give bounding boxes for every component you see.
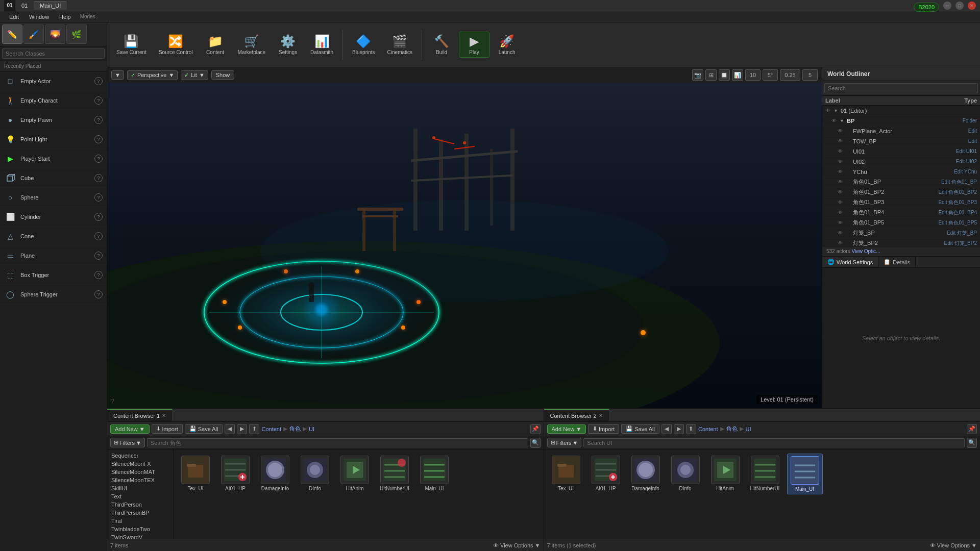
actor-info-plane[interactable]: ? bbox=[94, 252, 103, 260]
cb1-breadcrumb-ui[interactable]: UI bbox=[309, 426, 314, 432]
cb1-asset-mainui[interactable]: Main_UI bbox=[416, 454, 452, 493]
actor-item-point-light[interactable]: 💡 Point Light ? bbox=[0, 130, 107, 149]
outliner-item-fwplane[interactable]: 👁 FWPlane_Actor Edit bbox=[822, 126, 980, 136]
cb2-breadcrumb-ui[interactable]: UI bbox=[746, 426, 751, 432]
actor-item-cone[interactable]: △ Cone ? bbox=[0, 227, 107, 246]
actor-info-cylinder[interactable]: ? bbox=[94, 213, 103, 221]
cb2-filters-button[interactable]: ⊞ Filters ▼ bbox=[547, 438, 582, 447]
perspective-dropdown[interactable]: ✓ Perspective ▼ bbox=[127, 70, 178, 80]
cb1-folder-silencemoontex[interactable]: SilenceMoonTEX bbox=[107, 476, 173, 484]
actor-info-sphere-trigger[interactable]: ? bbox=[94, 290, 103, 298]
cb2-asset-hitnumberui[interactable]: HitNumberUI bbox=[747, 454, 783, 494]
cb2-search-icon-btn[interactable]: 🔍 bbox=[967, 438, 977, 448]
outliner-item-char01bp5[interactable]: 👁 角色01_BP5 Edit 角色01_BP5 bbox=[822, 218, 980, 228]
content-button[interactable]: 📁 Content bbox=[200, 32, 231, 57]
outliner-type-char01bp2[interactable]: Edit 角色01_BP2 bbox=[938, 189, 977, 196]
outliner-item-bp[interactable]: 👁 ▼ BP Folder bbox=[822, 116, 980, 126]
actor-info-empty-pawn[interactable]: ? bbox=[94, 116, 103, 124]
outliner-item-char01bp[interactable]: 👁 角色01_BP Edit 角色01_BP bbox=[822, 177, 980, 187]
cb1-search-icon-btn[interactable]: 🔍 bbox=[530, 438, 541, 448]
outliner-item-lanternbp[interactable]: 👁 灯笼_BP Edit 灯笼_BP bbox=[822, 228, 980, 238]
cb2-asset-mainui[interactable]: Main_UI bbox=[787, 454, 823, 494]
actor-info-empty-character[interactable]: ? bbox=[94, 96, 103, 105]
outliner-type-char01bp4[interactable]: Edit 角色01_BP4 bbox=[938, 209, 977, 216]
maximize-button[interactable]: □ bbox=[955, 2, 964, 10]
actor-item-empty-character[interactable]: 🚶 Empty Charact ? bbox=[0, 91, 107, 110]
viewport-res-icon-btn[interactable]: 10 bbox=[745, 69, 761, 81]
actor-item-player-start[interactable]: ▶ Player Start ? bbox=[0, 149, 107, 168]
viewport-menu-dropdown[interactable]: ▼ bbox=[111, 70, 124, 80]
build-button[interactable]: 🔨 Build bbox=[426, 32, 457, 57]
viewport-grid-icon-btn[interactable]: ⊞ bbox=[705, 69, 717, 81]
cb1-asset-damageinfo[interactable]: DamageInfo bbox=[257, 454, 293, 493]
cb1-import-button[interactable]: ⬇ Import bbox=[152, 424, 183, 434]
cb2-asset-dinfo[interactable]: DInfo bbox=[668, 454, 703, 494]
actor-info-point-light[interactable]: ? bbox=[94, 135, 103, 143]
cb1-asset-hitnumberui[interactable]: HitNumberUI bbox=[377, 454, 412, 493]
cb1-breadcrumb-jiase[interactable]: 角色 bbox=[289, 425, 301, 433]
foliage-mode-btn[interactable]: 🌿 bbox=[66, 24, 87, 44]
placement-mode-btn[interactable]: ✏️ bbox=[2, 24, 22, 44]
save-current-button[interactable]: 💾 Save Current bbox=[111, 32, 152, 57]
cb2-breadcrumb-content[interactable]: Content bbox=[698, 426, 718, 432]
cb1-folder-silencemoonfx[interactable]: SilenceMoonFX bbox=[107, 460, 173, 468]
cb1-nav-back-button[interactable]: ◀ bbox=[225, 424, 235, 434]
outliner-item-char01bp3[interactable]: 👁 角色01_BP3 Edit 角色01_BP3 bbox=[822, 197, 980, 208]
cb1-folder-twinblad[interactable]: TwinbladdeTwo bbox=[107, 525, 173, 533]
outliner-type-char01bp5[interactable]: Edit 角色01_BP5 bbox=[938, 219, 977, 227]
cb1-filters-button[interactable]: ⊞ Filters ▼ bbox=[110, 438, 145, 447]
viewport-angle-icon-btn[interactable]: 5° bbox=[763, 69, 778, 81]
actor-item-cylinder[interactable]: ⬜ Cylinder ? bbox=[0, 207, 107, 227]
cb1-pin-button[interactable]: 📌 bbox=[530, 424, 541, 434]
outliner-search-input[interactable] bbox=[824, 83, 978, 93]
cb1-breadcrumb-content[interactable]: Content bbox=[261, 426, 281, 432]
datasmith-button[interactable]: 📊 Datasmith bbox=[305, 32, 338, 57]
play-button[interactable]: ▶ Play bbox=[459, 32, 489, 58]
cb1-tab[interactable]: Content Browser 1 ✕ bbox=[107, 409, 173, 421]
cb1-folder-thirdperson[interactable]: ThirdPerson bbox=[107, 500, 173, 509]
actor-info-sphere[interactable]: ? bbox=[94, 193, 103, 202]
landscape-mode-btn[interactable]: 🌄 bbox=[45, 24, 65, 44]
cb2-save-all-button[interactable]: 💾 Save All bbox=[621, 424, 659, 434]
cb1-asset-texui[interactable]: Tex_UI bbox=[178, 454, 213, 493]
outliner-item-char01bp4[interactable]: 👁 角色01_BP4 Edit 角色01_BP4 bbox=[822, 208, 980, 218]
outliner-item-ui02[interactable]: 👁 UI02 Edit UI02 bbox=[822, 157, 980, 167]
cb1-tab-close-icon[interactable]: ✕ bbox=[162, 413, 166, 418]
cb1-add-new-button[interactable]: Add New ▼ bbox=[110, 424, 150, 434]
marketplace-button[interactable]: 🛒 Marketplace bbox=[233, 32, 271, 57]
cb1-nav-up-button[interactable]: ⬆ bbox=[249, 424, 259, 434]
close-button[interactable]: ✕ bbox=[968, 2, 976, 10]
cb1-folder-tiral[interactable]: Tiral bbox=[107, 517, 173, 525]
outliner-item-lanternbp2[interactable]: 👁 灯笼_BP2 Edit 灯笼_BP2 bbox=[822, 238, 980, 246]
menu-help[interactable]: Help bbox=[54, 13, 76, 21]
world-settings-tab[interactable]: 🌐 World Settings bbox=[822, 257, 878, 267]
cb1-asset-ai01hp[interactable]: AI01_HP bbox=[217, 454, 253, 493]
outliner-type-fwplane[interactable]: Edit bbox=[968, 128, 977, 134]
actor-item-sphere[interactable]: ○ Sphere ? bbox=[0, 188, 107, 207]
outliner-type-tow[interactable]: Edit bbox=[968, 138, 977, 144]
cb1-view-options-button[interactable]: 👁 View Options ▼ bbox=[493, 542, 541, 548]
settings-button[interactable]: ⚙️ Settings bbox=[273, 32, 303, 57]
cb2-asset-ai01hp[interactable]: AI01_HP bbox=[588, 454, 624, 494]
cb2-view-options-button[interactable]: 👁 View Options ▼ bbox=[930, 542, 977, 548]
search-classes-input[interactable] bbox=[2, 48, 105, 59]
cb2-pin-button[interactable]: 📌 bbox=[967, 424, 977, 434]
cb1-search-input[interactable] bbox=[147, 438, 528, 447]
cb2-nav-up-button[interactable]: ⬆ bbox=[686, 424, 696, 434]
viewport-snap-icon-btn[interactable]: 🔲 bbox=[719, 69, 730, 81]
launch-button[interactable]: 🚀 Launch bbox=[492, 32, 522, 57]
source-control-button[interactable]: 🔀 Source Control bbox=[154, 32, 198, 57]
cb2-nav-back-button[interactable]: ◀ bbox=[662, 424, 672, 434]
actor-info-empty-actor[interactable]: ? bbox=[94, 77, 103, 85]
actor-item-empty-pawn[interactable]: ● Empty Pawn ? bbox=[0, 110, 107, 130]
actor-item-plane[interactable]: ▭ Plane ? bbox=[0, 246, 107, 265]
cb2-nav-forward-button[interactable]: ▶ bbox=[674, 424, 684, 434]
viewport-num-icon-btn[interactable]: 5 bbox=[802, 69, 818, 81]
blueprints-button[interactable]: 🔷 Blueprints bbox=[347, 32, 380, 57]
cb2-tab-close-icon[interactable]: ✕ bbox=[599, 413, 603, 418]
outliner-type-ui02[interactable]: Edit UI02 bbox=[956, 159, 977, 164]
outliner-item-editor[interactable]: 👁 ▼ 01 (Editor) bbox=[822, 106, 980, 116]
cb2-asset-texui[interactable]: Tex_UI bbox=[548, 454, 584, 494]
cb2-add-new-button[interactable]: Add New ▼ bbox=[547, 424, 586, 434]
cb1-folder-skillui[interactable]: SkillUI bbox=[107, 484, 173, 492]
